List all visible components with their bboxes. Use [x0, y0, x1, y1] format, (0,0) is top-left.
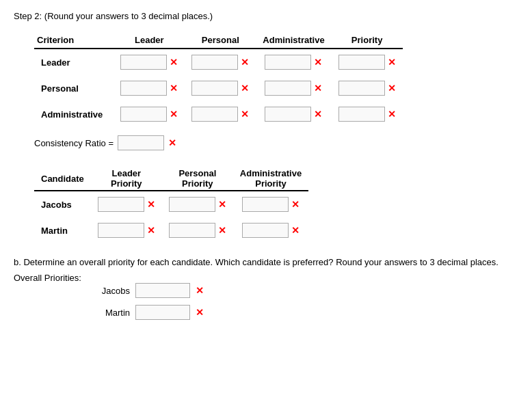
x-icon: ✕: [314, 83, 322, 94]
input-personal-personal[interactable]: [191, 81, 238, 96]
x-icon: ✕: [196, 307, 204, 318]
input-administrative-administrative[interactable]: [265, 107, 311, 122]
input-administrative-personal[interactable]: [191, 107, 238, 122]
candidate-row-label-jacobs: Jacobs: [34, 191, 91, 217]
table-row: Leader ✕ ✕ ✕: [34, 49, 403, 75]
candidate-col-header-administrative-priority: AdministrativePriority: [233, 167, 308, 191]
overall-row-jacobs: Jacobs ✕: [96, 283, 518, 298]
table-row: Jacobs ✕ ✕ ✕: [34, 191, 308, 217]
input-leader-administrative[interactable]: [265, 55, 311, 70]
consistency-row: Consistency Ratio = ✕: [34, 135, 518, 150]
candidate-row-label-martin: Martin: [34, 217, 91, 243]
x-icon: ✕: [241, 57, 249, 68]
row-label-leader: Leader: [34, 49, 114, 75]
candidate-col-header-leader-priority: LeaderPriority: [91, 167, 162, 191]
section-b: b. Determine an overall priority for eac…: [14, 257, 518, 320]
overall-martin-name: Martin: [96, 308, 130, 318]
input-overall-jacobs[interactable]: [135, 283, 190, 298]
x-icon: ✕: [196, 285, 204, 296]
x-icon: ✕: [241, 83, 249, 94]
cell-administrative-leader: ✕: [114, 101, 185, 127]
cell-leader-personal: ✕: [185, 49, 256, 75]
cell-leader-leader: ✕: [114, 49, 185, 75]
x-icon: ✕: [170, 57, 178, 68]
cell-jacobs-personal: ✕: [162, 191, 233, 217]
input-administrative-leader[interactable]: [120, 107, 167, 122]
input-leader-priority[interactable]: [338, 55, 385, 70]
input-martin-administrative[interactable]: [242, 223, 289, 238]
col-header-leader: Leader: [114, 32, 185, 49]
x-icon: ✕: [388, 83, 396, 94]
x-icon: ✕: [170, 83, 178, 94]
section-b-text: b. Determine an overall priority for eac…: [14, 257, 518, 267]
input-leader-leader[interactable]: [120, 55, 167, 70]
col-header-administrative: Administrative: [256, 32, 331, 49]
input-overall-martin[interactable]: [135, 305, 190, 320]
cell-jacobs-leader: ✕: [91, 191, 162, 217]
cell-leader-priority: ✕: [332, 49, 403, 75]
cell-personal-priority: ✕: [332, 75, 403, 101]
candidate-table: Candidate LeaderPriority PersonalPriorit…: [34, 167, 308, 243]
cell-personal-leader: ✕: [114, 75, 185, 101]
x-icon: ✕: [218, 225, 226, 236]
step-label: Step 2: (Round your answers to 3 decimal…: [14, 11, 518, 21]
input-jacobs-leader[interactable]: [98, 197, 144, 212]
cell-administrative-priority: ✕: [332, 101, 403, 127]
input-personal-priority[interactable]: [338, 81, 385, 96]
input-leader-personal[interactable]: [191, 55, 238, 70]
input-martin-leader[interactable]: [98, 223, 144, 238]
criteria-table: Criterion Leader Personal Administrative…: [34, 32, 403, 127]
x-icon: ✕: [388, 57, 396, 68]
cell-administrative-personal: ✕: [185, 101, 256, 127]
cell-martin-personal: ✕: [162, 217, 233, 243]
cell-personal-administrative: ✕: [256, 75, 331, 101]
x-icon: ✕: [241, 109, 249, 120]
overall-jacobs-name: Jacobs: [96, 286, 130, 296]
overall-row-martin: Martin ✕: [96, 305, 518, 320]
table-row: Martin ✕ ✕ ✕: [34, 217, 308, 243]
x-icon: ✕: [218, 199, 226, 210]
candidate-col-header-personal-priority: PersonalPriority: [162, 167, 233, 191]
col-header-criterion: Criterion: [34, 32, 114, 49]
consistency-label: Consistency Ratio =: [34, 138, 114, 148]
x-icon: ✕: [170, 109, 178, 120]
cell-jacobs-administrative: ✕: [233, 191, 308, 217]
row-label-personal: Personal: [34, 75, 114, 101]
input-personal-administrative[interactable]: [265, 81, 311, 96]
table-row: Administrative ✕ ✕ ✕: [34, 101, 403, 127]
x-icon: ✕: [291, 225, 300, 236]
x-icon: ✕: [388, 109, 396, 120]
input-jacobs-personal[interactable]: [169, 197, 215, 212]
consistency-input[interactable]: [118, 135, 164, 150]
cell-personal-personal: ✕: [185, 75, 256, 101]
x-icon: ✕: [168, 137, 176, 148]
cell-administrative-administrative: ✕: [256, 101, 331, 127]
input-administrative-priority[interactable]: [338, 107, 385, 122]
x-icon: ✕: [147, 199, 155, 210]
input-martin-personal[interactable]: [169, 223, 215, 238]
col-header-priority: Priority: [332, 32, 403, 49]
cell-martin-leader: ✕: [91, 217, 162, 243]
input-jacobs-administrative[interactable]: [242, 197, 289, 212]
x-icon: ✕: [147, 225, 155, 236]
x-icon: ✕: [314, 109, 322, 120]
input-personal-leader[interactable]: [120, 81, 167, 96]
cell-leader-administrative: ✕: [256, 49, 331, 75]
x-icon: ✕: [291, 199, 300, 210]
col-header-personal: Personal: [185, 32, 256, 49]
overall-priorities-label: Overall Priorities:: [14, 273, 518, 283]
table-row: Personal ✕ ✕ ✕: [34, 75, 403, 101]
cell-martin-administrative: ✕: [233, 217, 308, 243]
row-label-administrative: Administrative: [34, 101, 114, 127]
x-icon: ✕: [314, 57, 322, 68]
candidate-col-header-candidate: Candidate: [34, 167, 91, 191]
